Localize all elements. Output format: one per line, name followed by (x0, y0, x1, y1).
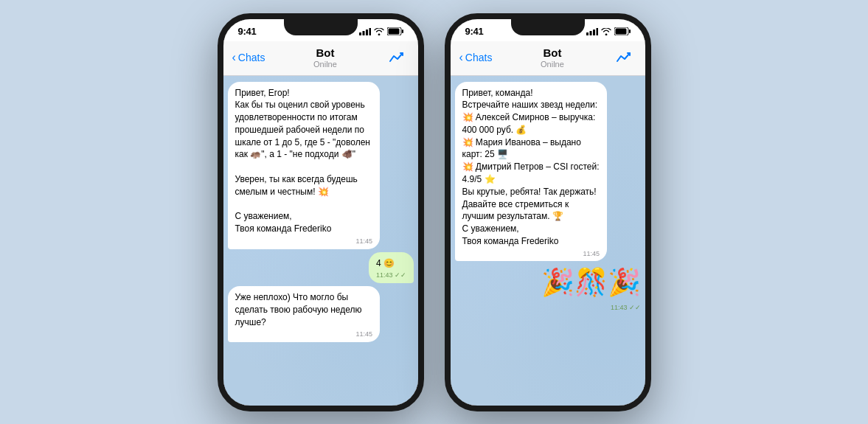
message-wrapper: Привет, Егор!Как бы ты оценил свой урове… (228, 82, 414, 249)
time-label: 11:45 (356, 330, 373, 339)
wifi-icon (601, 28, 611, 35)
phones-container: 9:41 (218, 13, 651, 411)
back-chevron-icon: ‹ (232, 51, 236, 64)
message-time: 11:43 ✓✓ (541, 303, 641, 313)
message-time: 11:45 (462, 249, 600, 259)
svg-rect-7 (586, 32, 588, 35)
chat-area: Привет, команда!Встречайте наших звезд н… (451, 76, 645, 406)
read-receipt: ✓✓ (629, 303, 641, 313)
message-text: Привет, команда!Встречайте наших звезд н… (462, 87, 600, 248)
chart-icon[interactable] (612, 46, 636, 69)
svg-rect-6 (402, 29, 403, 33)
status-icons (359, 27, 403, 35)
bot-name: Bot (313, 46, 337, 60)
status-time: 9:41 (465, 26, 484, 37)
time-label: 11:45 (583, 249, 600, 259)
back-label: Chats (238, 52, 265, 63)
header-center: Bot Onilne (541, 46, 564, 69)
message-wrapper: 4 😊 11:43 ✓✓ (228, 252, 414, 283)
wifi-icon (374, 28, 384, 35)
message-text: Уже неплохо) Что могло бы сделать твою р… (235, 291, 373, 328)
chat-header: ‹ Chats Bot Onilne (451, 41, 645, 76)
back-label: Chats (465, 52, 493, 63)
message-time: 11:45 (235, 237, 373, 246)
message-bubble: Привет, Егор!Как бы ты оценил свой урове… (228, 82, 381, 249)
status-icons (586, 27, 631, 35)
time-label: 11:43 (611, 303, 628, 313)
bot-status: Onilne (541, 60, 564, 69)
status-bar: 9:41 (223, 19, 418, 41)
trending-icon (388, 49, 406, 66)
phone-left: 9:41 (218, 13, 424, 411)
status-bar: 9:41 (451, 19, 645, 41)
read-receipt: ✓✓ (395, 271, 406, 280)
svg-rect-3 (369, 28, 371, 35)
back-button[interactable]: ‹ Chats (459, 51, 493, 64)
back-chevron-icon: ‹ (459, 51, 463, 64)
bot-status: Onilne (313, 60, 337, 69)
message-wrapper: 🎉🎊🎉 11:43 ✓✓ (455, 264, 641, 312)
message-bubble: 4 😊 11:43 ✓✓ (369, 252, 414, 283)
svg-rect-2 (366, 29, 368, 35)
svg-rect-8 (589, 31, 591, 35)
message-text: Привет, Егор!Как бы ты оценил свой урове… (235, 87, 373, 236)
bot-name: Bot (541, 46, 564, 60)
time-label: 11:43 (376, 271, 393, 280)
message-bubble: 🎉🎊🎉 11:43 ✓✓ (541, 264, 641, 312)
svg-rect-10 (596, 28, 598, 35)
message-text: 4 😊 (376, 257, 406, 270)
chat-header: ‹ Chats Bot Onilne (223, 41, 418, 76)
svg-rect-0 (359, 32, 361, 35)
time-label: 11:45 (356, 237, 373, 246)
svg-rect-9 (593, 29, 595, 35)
svg-rect-13 (629, 29, 631, 33)
message-wrapper: Уже неплохо) Что могло бы сделать твою р… (228, 286, 414, 342)
message-time: 11:43 ✓✓ (376, 271, 406, 280)
message-bubble: Уже неплохо) Что могло бы сделать твою р… (228, 286, 381, 342)
message-bubble: Привет, команда!Встречайте наших звезд н… (455, 82, 608, 262)
svg-rect-5 (388, 29, 399, 35)
trending-icon (615, 49, 633, 66)
signal-icon (359, 28, 371, 35)
header-center: Bot Onilne (313, 46, 337, 69)
sticker: 🎉🎊🎉 (541, 264, 641, 301)
phone-right: 9:41 (445, 13, 651, 411)
svg-rect-12 (615, 29, 626, 35)
message-wrapper: Привет, команда!Встречайте наших звезд н… (455, 82, 641, 262)
battery-icon (387, 27, 403, 35)
message-time: 11:45 (235, 330, 373, 339)
chat-area: Привет, Егор!Как бы ты оценил свой урове… (223, 76, 418, 406)
svg-rect-1 (362, 31, 364, 35)
signal-icon (586, 28, 598, 35)
status-time: 9:41 (238, 26, 257, 37)
battery-icon (614, 27, 631, 35)
chart-icon[interactable] (385, 46, 409, 69)
back-button[interactable]: ‹ Chats (232, 51, 265, 64)
